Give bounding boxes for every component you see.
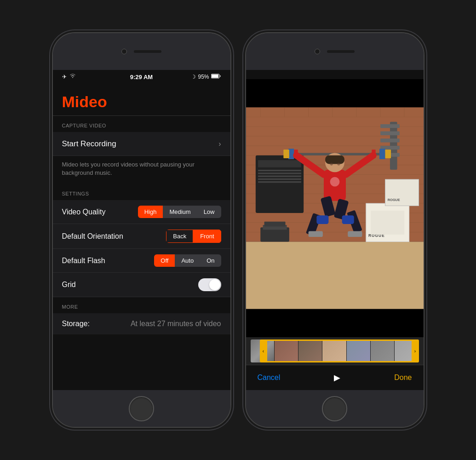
svg-rect-50 — [379, 149, 385, 159]
wifi-icon — [69, 74, 76, 80]
svg-rect-58 — [325, 155, 344, 164]
svg-rect-2 — [220, 75, 221, 77]
phone-top-right — [246, 33, 424, 70]
svg-rect-65 — [308, 231, 322, 237]
right-content: ROGUE ROGUE — [246, 79, 424, 390]
storage-row: Storage: At least 27 minutes of video — [53, 313, 230, 334]
video-quality-control[interactable]: High Medium Low — [138, 206, 221, 218]
moon-icon: ☽ — [191, 74, 196, 80]
quality-medium-btn[interactable]: Medium — [163, 206, 197, 218]
svg-rect-28 — [258, 170, 301, 171]
capture-section-label: CAPTURE VIDEO — [53, 116, 230, 132]
flash-on-btn[interactable]: On — [200, 254, 221, 267]
orientation-back-btn[interactable]: Back — [166, 230, 193, 243]
svg-point-69 — [330, 177, 339, 187]
trim-border-bottom — [267, 361, 412, 362]
film-thumb-3 — [298, 339, 322, 362]
video-controls: Cancel ▶ Done — [246, 365, 424, 390]
phone-bottom-left — [53, 390, 230, 427]
quality-high-btn[interactable]: High — [138, 206, 163, 218]
grid-label: Grid — [62, 281, 76, 289]
home-button-left[interactable] — [129, 396, 154, 421]
svg-rect-38 — [371, 211, 404, 235]
home-button-right[interactable] — [322, 396, 347, 421]
orientation-label: Default Orientation — [62, 232, 123, 241]
svg-rect-66 — [348, 231, 362, 237]
description-text: Mideo lets you record videos without pau… — [53, 156, 230, 184]
film-thumb-4 — [322, 339, 346, 362]
svg-rect-42 — [380, 124, 400, 128]
flash-auto-btn[interactable]: Auto — [175, 254, 200, 267]
front-camera-left — [121, 49, 127, 54]
front-camera-right — [315, 49, 320, 54]
more-section-label: MORE — [53, 297, 230, 313]
svg-rect-43 — [380, 132, 400, 135]
svg-rect-32 — [258, 181, 301, 183]
trim-handle-right[interactable]: › — [412, 339, 419, 362]
app-header: Mideo — [53, 84, 230, 116]
grid-toggle[interactable] — [198, 278, 221, 291]
film-thumb-6 — [371, 339, 395, 362]
cancel-button[interactable]: Cancel — [258, 374, 281, 382]
status-time: 9:29 AM — [130, 74, 153, 80]
filmstrip — [251, 339, 419, 362]
battery-icon — [211, 74, 221, 80]
right-screen: ROGUE ROGUE — [246, 70, 424, 390]
play-button[interactable]: ▶ — [334, 373, 340, 383]
svg-point-60 — [337, 162, 340, 165]
svg-text:ROGUE: ROGUE — [387, 198, 400, 202]
svg-rect-67 — [316, 215, 328, 224]
storage-key: Storage: — [62, 320, 90, 328]
svg-rect-31 — [258, 178, 301, 180]
svg-rect-44 — [380, 138, 400, 142]
svg-rect-68 — [342, 215, 354, 224]
settings-section-label: SETTINGS — [53, 184, 230, 200]
start-recording-row[interactable]: Start Recording › — [53, 132, 230, 156]
right-phone: ROGUE ROGUE — [245, 32, 424, 428]
left-app-content: Mideo CAPTURE VIDEO Start Recording › Mi… — [53, 84, 230, 390]
phone-bottom-right — [246, 390, 424, 427]
svg-rect-51 — [385, 150, 391, 158]
orientation-control[interactable]: Back Front — [166, 230, 221, 243]
flash-row: Default Flash Off Auto On — [53, 249, 230, 273]
film-thumb-5 — [347, 339, 371, 362]
flash-off-btn[interactable]: Off — [154, 254, 175, 267]
airplane-icon: ✈ — [62, 74, 67, 80]
right-status-spacer — [246, 70, 424, 79]
svg-rect-29 — [258, 172, 301, 174]
storage-value: At least 27 minutes of video — [131, 320, 221, 328]
gym-scene-svg: ROGUE ROGUE — [246, 79, 424, 337]
svg-rect-25 — [246, 242, 424, 309]
svg-rect-27 — [258, 160, 301, 167]
flash-label: Default Flash — [62, 257, 105, 265]
svg-rect-1 — [212, 75, 218, 78]
video-quality-label: Video Quality — [62, 208, 106, 216]
left-screen: ✈ 9:29 AM ☽ 95% — [53, 70, 230, 390]
trim-border-top — [267, 339, 412, 341]
orientation-front-btn[interactable]: Front — [193, 230, 221, 243]
speaker-right — [327, 50, 355, 53]
chevron-icon: › — [218, 140, 221, 148]
orientation-row: Default Orientation Back Front — [53, 224, 230, 249]
left-phone: ✈ 9:29 AM ☽ 95% — [52, 32, 231, 428]
toggle-knob — [209, 279, 220, 290]
svg-point-59 — [330, 162, 333, 165]
film-thumb-2 — [275, 339, 298, 362]
status-bar-left: ✈ 9:29 AM ☽ 95% — [53, 70, 230, 84]
video-quality-row: Video Quality High Medium Low — [53, 200, 230, 224]
app-title: Mideo — [62, 93, 221, 111]
svg-rect-41 — [390, 122, 397, 170]
svg-rect-30 — [258, 176, 301, 177]
video-area: ROGUE ROGUE — [246, 79, 424, 337]
quality-low-btn[interactable]: Low — [197, 206, 221, 218]
flash-control[interactable]: Off Auto On — [154, 254, 221, 267]
start-recording-label: Start Recording — [62, 139, 116, 149]
timeline-strip: ‹ › — [246, 337, 424, 365]
phone-top-left — [53, 33, 230, 70]
trim-handle-left[interactable]: ‹ — [260, 339, 267, 362]
battery-percent: 95% — [198, 74, 209, 80]
done-button[interactable]: Done — [394, 374, 412, 382]
svg-rect-35 — [264, 222, 285, 226]
svg-rect-49 — [283, 150, 289, 158]
grid-row: Grid — [53, 273, 230, 297]
